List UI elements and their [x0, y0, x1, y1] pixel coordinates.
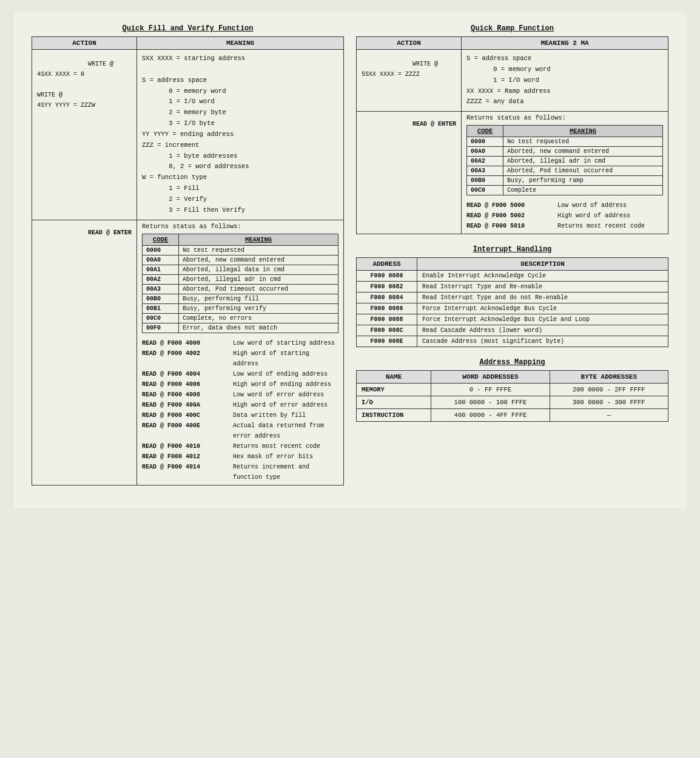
code-value: 00C0 [143, 313, 179, 323]
read-addr-desc: Low word of starting address [233, 338, 335, 348]
code-row: 00B1Busy, performing verify [143, 303, 338, 313]
read-address-item: READ @ F000 4012Hex mask of error bits [142, 452, 338, 462]
ramp-read-address-item: READ @ F000 5000Low word of address [466, 200, 663, 211]
action-header: ACTION [32, 37, 137, 50]
table-row-read-enter: READ @ ENTER Returns status as follows: … [32, 220, 344, 485]
read-address-item: READ @ F000 4002High word of starting ad… [142, 348, 338, 369]
ramp-code-desc: Aborted, new command entered [503, 147, 663, 157]
read-addr-value: READ @ F000 4002 [142, 348, 227, 369]
ramp-code-row: 00A3Aborted, Pod timeout occurred [467, 166, 663, 176]
read-addr-desc: Returns most recent code [233, 441, 320, 452]
interrupt-row: F000 0080Enable Interrupt Acknowledge Cy… [357, 271, 668, 282]
read-addr-value: READ @ F000 400A [142, 400, 227, 410]
ramp-code-value: 00B0 [467, 176, 503, 186]
read-address-item: READ @ F000 4014Returns increment and fu… [142, 462, 338, 482]
read-addr-value: READ @ F000 4000 [142, 338, 227, 348]
interrupt-row: F000 0086Force Interrupt Acknowledge Bus… [357, 303, 668, 314]
ramp-read-addr-desc: Returns most recent code [557, 221, 645, 231]
read-addr-value: READ @ F000 400C [142, 410, 227, 421]
code-desc: Aborted, illegal data in cmd [179, 265, 338, 274]
addr-byte-header: BYTE ADDRESSES [550, 371, 668, 384]
addr-byte: 300 0000 - 300 FFFF [550, 396, 668, 409]
right-section-title: Quick Ramp Function [356, 24, 668, 33]
ramp-action-header: ACTION [357, 37, 462, 50]
addr-word: 0 - FF FFFE [431, 384, 550, 396]
read-enter-meaning: Returns status as follows: CODE MEANING [137, 220, 344, 485]
code-value: 00A2 [143, 274, 179, 284]
ramp-meaning-header: MEANING 2 MA [462, 37, 668, 50]
meaning-header: MEANING [137, 37, 344, 50]
ramp-read-address-item: READ @ F000 5002High word of address [466, 211, 663, 221]
fill-verify-table: ACTION MEANING WRITE @ 4SXX XXXX = 0 WRI… [32, 36, 344, 486]
interrupt-row: F000 008ECascade Address (most significa… [357, 336, 668, 347]
addr-mapping-row: INSTRUCTION400 0000 - 4FF FFFE— [357, 409, 668, 422]
addr-word: 100 0000 - 100 FFFE [431, 396, 550, 409]
read-addr-desc: High word of starting address [233, 348, 338, 369]
page: Quick Fill and Verify Function ACTION ME… [13, 12, 687, 509]
read-address-item: READ @ F000 400AHigh word of error addre… [142, 400, 338, 410]
interrupt-desc: Read Interrupt Type and Re-enable [417, 282, 668, 293]
addr-mapping-row: I/O100 0000 - 100 FFFE300 0000 - 300 FFF… [357, 396, 668, 409]
interrupt-addr: F000 0080 [357, 271, 417, 282]
code-value: 00A0 [143, 255, 179, 265]
interrupt-desc: Force Interrupt Acknowledge Bus Cycle [417, 303, 668, 314]
addr-byte: 200 0000 - 2FF FFFF [550, 384, 668, 396]
code-desc: No test requested [179, 245, 338, 255]
code-desc: Aborted, new command entered [179, 255, 338, 265]
code-desc: Aborted, illegal adr in cmd [179, 274, 338, 284]
code-desc: Busy, performing verify [179, 303, 338, 313]
interrupt-desc: Force Interrupt Acknowledge Bus Cycle an… [417, 314, 668, 325]
interrupt-row: F000 0084Read Interrupt Type and do not … [357, 293, 668, 303]
ramp-read-meaning: Returns status as follows: CODE MEANING [462, 112, 668, 234]
interrupt-desc: Read Interrupt Type and do not Re-enable [417, 293, 668, 303]
read-addr-value: READ @ F000 4004 [142, 369, 227, 379]
read-addr-value: READ @ F000 400E [142, 421, 227, 441]
code-desc: Error, data does not match [179, 323, 338, 333]
read-addr-desc: High word of ending address [233, 379, 331, 390]
read-addr-desc: Data written by fill [233, 410, 306, 421]
interrupt-addr: F000 008C [357, 325, 417, 336]
code-row: 00A1Aborted, illegal data in cmd [143, 265, 338, 274]
addr-mapping-section: Address Mapping NAME WORD ADDRESSES BYTE… [356, 358, 668, 422]
interrupt-addr: F000 0086 [357, 303, 417, 314]
code-value: 00B1 [143, 303, 179, 313]
addr-name: MEMORY [357, 384, 431, 396]
addr-name: I/O [357, 396, 431, 409]
read-addr-desc: Hex mask of error bits [233, 452, 313, 462]
left-code-tbody: 0000No test requested00A0Aborted, new co… [143, 245, 338, 333]
code-value: 00A1 [143, 265, 179, 274]
ramp-read-addr-value: READ @ F000 5002 [466, 211, 551, 221]
ramp-read-address-list: READ @ F000 5000Low word of addressREAD … [466, 200, 663, 231]
read-address-item: READ @ F000 4006High word of ending addr… [142, 379, 338, 390]
addr-mapping-row: MEMORY0 - FF FFFE200 0000 - 2FF FFFF [357, 384, 668, 396]
right-code-tbody: 0000No test requested00A0Aborted, new co… [467, 137, 663, 195]
interrupt-desc-header: DESCRIPTION [417, 258, 668, 271]
ramp-code-value: 00A0 [467, 147, 503, 157]
write-meaning: SXX XXXX = starting address S = address … [137, 50, 344, 220]
left-code-table: CODE MEANING 0000No test requested00A0Ab… [142, 234, 338, 333]
interrupt-row: F000 0082Read Interrupt Type and Re-enab… [357, 282, 668, 293]
ramp-code-value: 00A2 [467, 157, 503, 166]
ramp-code-row: 0000No test requested [467, 137, 663, 147]
ramp-read-address-item: READ @ F000 5010Returns most recent code [466, 221, 663, 231]
addr-mapping-table: NAME WORD ADDRESSES BYTE ADDRESSES MEMOR… [356, 370, 668, 422]
read-addr-value: READ @ F000 4014 [142, 462, 227, 482]
read-address-item: READ @ F000 4008Low word of error addres… [142, 390, 338, 400]
ramp-table: ACTION MEANING 2 MA WRITE @ 5SXX XXXX = … [356, 36, 668, 234]
interrupt-desc: Enable Interrupt Acknowledge Cycle [417, 271, 668, 282]
code-row: 0000No test requested [143, 245, 338, 255]
ramp-read-addr-value: READ @ F000 5000 [466, 200, 551, 211]
write-action: WRITE @ 4SXX XXXX = 0 WRITE @ 4SYY YYYY … [32, 50, 137, 220]
write-action-text: WRITE @ 4SXX XXXX = 0 WRITE @ 4SYY YYYY … [37, 61, 113, 109]
interrupt-tbody: F000 0080Enable Interrupt Acknowledge Cy… [357, 271, 668, 347]
interrupt-addr: F000 0082 [357, 282, 417, 293]
addr-word: 400 0000 - 4FF FFFE [431, 409, 550, 422]
interrupt-row: F000 0088Force Interrupt Acknowledge Bus… [357, 314, 668, 325]
code-desc: Complete, no errors [179, 313, 338, 323]
addr-name: INSTRUCTION [357, 409, 431, 422]
code-row: 00C0Complete, no errors [143, 313, 338, 323]
ramp-meaning-sub-header: MEANING [503, 126, 663, 137]
ramp-code-desc: Aborted, illegal adr in cmd [503, 157, 663, 166]
interrupt-table: ADDRESS DESCRIPTION F000 0080Enable Inte… [356, 257, 668, 347]
code-desc: Aborted, Pod timeout occurred [179, 284, 338, 294]
